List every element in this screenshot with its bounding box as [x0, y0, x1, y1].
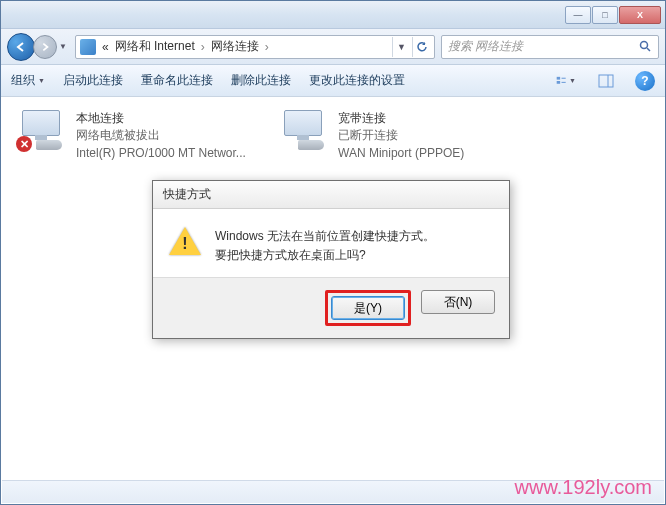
connection-name: 本地连接	[76, 110, 246, 127]
connection-status: 网络电缆被拔出	[76, 127, 246, 144]
search-icon	[638, 40, 652, 54]
location-icon	[80, 39, 96, 55]
address-bar[interactable]: « 网络和 Internet › 网络连接 › ▼	[75, 35, 435, 59]
connection-item-broadband[interactable]: 宽带连接 已断开连接 WAN Miniport (PPPOE)	[276, 106, 526, 166]
window-titlebar: — □ X	[1, 1, 665, 29]
no-button[interactable]: 否(N)	[421, 290, 495, 314]
start-connection-button[interactable]: 启动此连接	[63, 72, 123, 89]
back-button[interactable]	[7, 33, 35, 61]
maximize-button[interactable]: □	[592, 6, 618, 24]
search-box[interactable]: 搜索 网络连接	[441, 35, 659, 59]
connection-icon: ✕	[18, 110, 66, 150]
warning-icon	[169, 227, 201, 259]
svg-line-1	[647, 48, 650, 51]
address-dropdown[interactable]: ▼	[392, 37, 410, 57]
connection-icon	[280, 110, 328, 150]
dialog-title: 快捷方式	[153, 181, 509, 209]
breadcrumb-sep: «	[102, 40, 109, 54]
rename-connection-button[interactable]: 重命名此连接	[141, 72, 213, 89]
connection-status: 已断开连接	[338, 127, 464, 144]
connection-device: Intel(R) PRO/1000 MT Networ...	[76, 145, 246, 162]
help-button[interactable]: ?	[635, 71, 655, 91]
breadcrumb-sep: ›	[201, 40, 205, 54]
delete-connection-button[interactable]: 删除此连接	[231, 72, 291, 89]
breadcrumb-sep: ›	[265, 40, 269, 54]
nav-history-dropdown[interactable]: ▼	[57, 35, 69, 59]
dialog-body: Windows 无法在当前位置创建快捷方式。 要把快捷方式放在桌面上吗?	[153, 209, 509, 277]
svg-rect-6	[599, 75, 613, 87]
svg-rect-2	[557, 76, 560, 79]
svg-point-0	[640, 42, 647, 49]
disconnected-icon: ✕	[16, 136, 32, 152]
change-settings-button[interactable]: 更改此连接的设置	[309, 72, 405, 89]
connection-device: WAN Miniport (PPPOE)	[338, 145, 464, 162]
nav-buttons: ▼	[7, 33, 69, 61]
minimize-button[interactable]: —	[565, 6, 591, 24]
yes-button[interactable]: 是(Y)	[331, 296, 405, 320]
organize-menu[interactable]: 组织▼	[11, 72, 45, 89]
preview-pane-button[interactable]	[595, 70, 617, 92]
forward-button[interactable]	[33, 35, 57, 59]
search-placeholder: 搜索 网络连接	[448, 38, 523, 55]
command-bar: 组织▼ 启动此连接 重命名此连接 删除此连接 更改此连接的设置 ▼ ?	[1, 65, 665, 97]
connection-name: 宽带连接	[338, 110, 464, 127]
connection-item-local[interactable]: ✕ 本地连接 网络电缆被拔出 Intel(R) PRO/1000 MT Netw…	[14, 106, 264, 166]
breadcrumb-item[interactable]: 网络连接	[211, 38, 259, 55]
shortcut-dialog: 快捷方式 Windows 无法在当前位置创建快捷方式。 要把快捷方式放在桌面上吗…	[152, 180, 510, 339]
connection-label: 宽带连接 已断开连接 WAN Miniport (PPPOE)	[338, 110, 464, 162]
close-button[interactable]: X	[619, 6, 661, 24]
dialog-buttons: 是(Y) 否(N)	[153, 277, 509, 338]
dialog-line1: Windows 无法在当前位置创建快捷方式。	[215, 227, 435, 246]
dialog-line2: 要把快捷方式放在桌面上吗?	[215, 246, 435, 265]
breadcrumb-item[interactable]: 网络和 Internet	[115, 38, 195, 55]
refresh-button[interactable]	[412, 37, 430, 57]
tutorial-highlight: 是(Y)	[325, 290, 411, 326]
connection-label: 本地连接 网络电缆被拔出 Intel(R) PRO/1000 MT Networ…	[76, 110, 246, 162]
watermark: www.192ly.com	[515, 476, 652, 499]
view-options-button[interactable]: ▼	[555, 70, 577, 92]
navigation-bar: ▼ « 网络和 Internet › 网络连接 › ▼ 搜索 网络连接	[1, 29, 665, 65]
dialog-message: Windows 无法在当前位置创建快捷方式。 要把快捷方式放在桌面上吗?	[215, 227, 435, 265]
svg-rect-3	[557, 81, 560, 84]
